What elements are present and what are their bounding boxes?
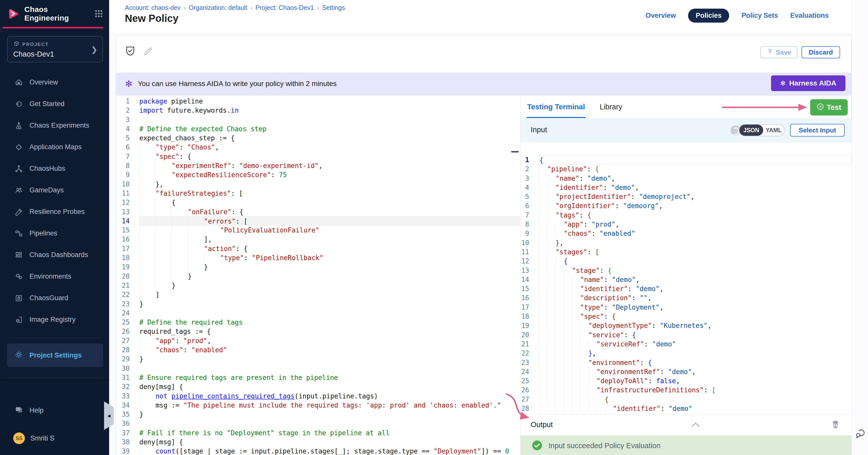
sidebar-item-get-started[interactable]: Get Started [0,93,109,115]
trash-icon[interactable] [831,419,840,430]
code-line: 18 "spec": { [521,312,851,321]
sidebar-item-image-registry[interactable]: Image Registry [0,309,109,330]
page-header: Account: chaos-dev›Organization: default… [109,0,851,34]
breadcrumb-separator: › [250,4,252,11]
code-line: 18 "type": "PipelineRollback" [116,253,520,262]
policy-code-editor[interactable]: 1package pipeline2import future.keywords… [116,96,520,455]
code-line: 11 "stages": [ [521,248,851,257]
code-line: 19 } [116,262,520,271]
sidebar-item-chaoshubs[interactable]: ChaosHubs [0,158,109,180]
code-line: 2import future.keywords.in [116,106,520,115]
code-line: 27 { [521,395,851,404]
sidebar-item-label: Chaos Dashboards [29,251,88,259]
code-line: 9 "expectedResilienceScore": 75 [116,170,520,180]
app-title: Chaos Engineering [24,5,93,22]
sidebar-item-project-settings[interactable]: Project Settings [7,344,103,367]
project-selector[interactable]: PROJECT Chaos-Dev1 ❯ [7,36,103,62]
sidebar: Chaos Engineering PROJECT Chaos-Dev1 ❯ O… [0,0,109,455]
page-title: New Policy [125,13,179,24]
upload-icon [767,48,773,57]
pipeline-icon [15,229,23,237]
output-section-header: Output [521,414,851,435]
sidebar-item-resilience-probes[interactable]: Resilience Probes [0,201,109,223]
hexagons-icon [15,272,23,281]
sidebar-item-help[interactable]: ? Help [15,406,44,415]
annotation-arrow-to-test [721,102,808,112]
sidebar-item-application-maps[interactable]: Application Maps [0,136,109,158]
dashboard-icon [15,251,23,259]
sidebar-item-environments[interactable]: Environments [0,266,109,287]
crosshair-icon [15,143,23,151]
sidebar-item-pipelines[interactable]: Pipelines [0,223,109,244]
sidebar-item-chaos-experiments[interactable]: Chaos Experiments [0,115,109,136]
test-button[interactable]: Test [810,99,848,116]
sidebar-item-label: Resilience Probes [29,208,85,216]
nav-item-policy-sets[interactable]: Policy Sets [741,12,778,20]
harness-aida-button[interactable]: ✻ Harness AIDA [771,75,845,91]
feedback-chat-icon[interactable] [854,428,866,440]
sidebar-item-label: GameDays [29,186,64,194]
format-toggle: JSON YAML [739,124,785,136]
code-line: 3 "name": "demo", [521,174,851,183]
aida-banner-text: You can use Harness AIDA to write your p… [138,80,337,88]
code-line: 1package pipeline [116,97,520,106]
save-button[interactable]: Save [761,46,798,58]
format-option-json[interactable]: JSON [739,125,763,136]
code-line: 17 "action": { [116,244,520,253]
collapse-output-icon[interactable] [691,422,700,428]
user-menu[interactable]: SS Smriti S [13,432,55,444]
breadcrumb-link[interactable]: Organization: default [189,4,247,11]
code-line: 17 "type": "Deployment", [521,303,851,312]
code-line: 7 "spec": { [116,152,520,161]
code-line: 11 "failureStrategies": [ [116,189,520,198]
edit-pencil-icon[interactable] [143,46,153,56]
code-line: 33 not pipeline_contains_required_tags(i… [116,392,520,401]
code-line: 12 { [116,198,520,207]
code-line: 35} [116,410,520,419]
code-line: 14 "errors": [ [116,217,520,226]
sidebar-item-label: Get Started [29,100,64,108]
code-line: 2 "pipeline": { [521,164,851,173]
select-input-button[interactable]: Select Input [790,124,845,136]
breadcrumb-link[interactable]: Project: Chaos-Dev1 [255,4,314,11]
aida-sparkle-icon: ✻ [125,79,132,89]
code-line: 20 } [116,272,520,281]
code-line: 5expected_chaos_step := { [116,133,520,142]
nav-item-policies[interactable]: Policies [688,9,729,23]
nav-item-evaluations[interactable]: Evaluations [790,12,829,20]
gear-icon [15,351,23,360]
code-line: 31# Ensure required tags are present in … [116,373,520,382]
code-line: 5 "projectIdentifier": "demoproject", [521,192,851,201]
format-option-yaml[interactable]: YAML [763,125,784,136]
nav-item-overview[interactable]: Overview [645,12,676,20]
discard-button[interactable]: Discard [802,46,840,58]
code-line: 32deny[msg] { [116,382,520,391]
project-label: PROJECT [22,42,49,47]
sidebar-item-overview[interactable]: Overview [0,71,109,93]
shield-check-icon[interactable] [125,45,135,57]
output-label: Output [531,421,553,429]
sidebar-item-chaosguard[interactable]: ChaosGuard [0,287,109,309]
tab-library[interactable]: Library [600,96,622,118]
code-line: 8 "app": "prod", [521,220,851,229]
tab-testing-terminal[interactable]: Testing Terminal [527,96,585,118]
breadcrumb-link[interactable]: Account: chaos-dev [125,4,181,11]
module-grid-icon[interactable] [93,8,104,19]
code-line: 26 "infrastructureDefinitions": [ [521,386,851,395]
sidebar-header: Chaos Engineering [7,6,104,22]
gear-box-icon [15,316,23,324]
breadcrumb-link[interactable]: Settings [322,4,345,11]
sidebar-item-label: Pipelines [29,229,57,237]
code-line: 10 }, [521,238,851,248]
sidebar-footer: ? Help SS Smriti S [0,380,109,455]
sidebar-collapse-handle[interactable]: ◀ [104,401,114,430]
pane-resize-handle[interactable] [511,151,519,153]
code-line: 37# Fail if there is no "Deployment" sta… [116,428,520,437]
users-icon [15,186,23,194]
sidebar-item-chaos-dashboards[interactable]: Chaos Dashboards [0,244,109,266]
annotation-arrow-to-output [503,392,531,423]
sidebar-item-gamedays[interactable]: GameDays [0,180,109,201]
code-line: 4# Define the expected Chaos step [116,124,520,133]
code-line: 9 "chaos": "enabled" [521,229,851,238]
test-input-editor[interactable]: 1{2 "pipeline": {3 "name": "demo",4 "ide… [521,142,851,414]
